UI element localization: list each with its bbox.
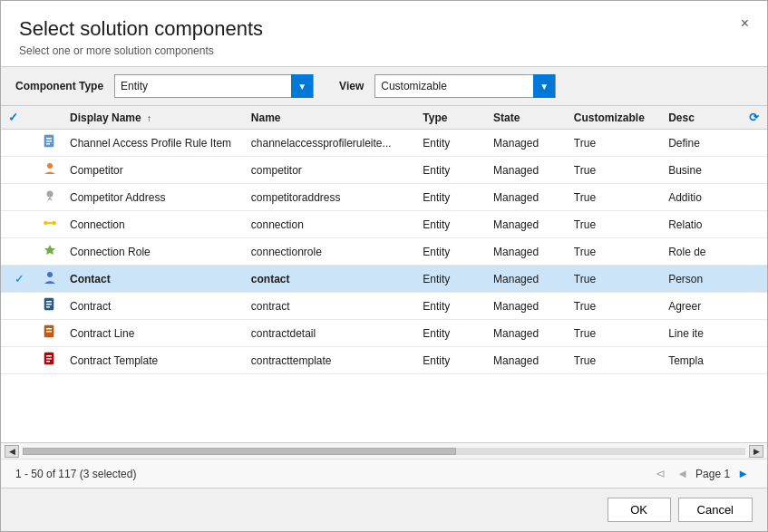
- svg-rect-14: [46, 306, 50, 308]
- row-name: connection: [244, 211, 416, 238]
- row-customizable: True: [567, 184, 661, 211]
- row-state: Managed: [486, 293, 567, 320]
- row-desc: Role de: [661, 238, 742, 266]
- col-header-check: ✓: [1, 106, 37, 130]
- row-icon-cell: [37, 266, 63, 293]
- cancel-button[interactable]: Cancel: [678, 498, 753, 522]
- table-row[interactable]: Contract TemplatecontracttemplateEntityM…: [1, 347, 767, 374]
- row-displayname: Channel Access Profile Rule Item: [63, 130, 244, 157]
- col-header-refresh[interactable]: ⟳: [742, 106, 767, 130]
- ok-button[interactable]: OK: [608, 498, 671, 522]
- component-type-value: Entity: [115, 80, 291, 92]
- next-page-btn[interactable]: ►: [734, 465, 753, 482]
- row-state: Managed: [486, 130, 567, 157]
- row-state: Managed: [486, 184, 567, 211]
- scroll-track[interactable]: [23, 448, 745, 455]
- row-customizable: True: [567, 157, 661, 184]
- col-header-type[interactable]: Type: [415, 106, 486, 130]
- svg-rect-16: [46, 328, 52, 330]
- view-select[interactable]: Customizable ▼: [374, 74, 556, 98]
- row-customizable: True: [567, 320, 661, 347]
- row-type: Entity: [415, 320, 486, 347]
- row-customizable: True: [567, 238, 661, 266]
- dialog-subtitle: Select one or more solution components: [19, 44, 749, 57]
- row-icon-cell: [37, 157, 63, 184]
- horizontal-scrollbar[interactable]: ◀ ▶: [1, 442, 767, 459]
- scroll-left-btn[interactable]: ◀: [5, 445, 19, 458]
- row-refresh-cell: [742, 130, 767, 157]
- row-type: Entity: [415, 157, 486, 184]
- table-row[interactable]: Connection RoleconnectionroleEntityManag…: [1, 238, 767, 266]
- first-page-btn[interactable]: ⊲: [652, 465, 669, 482]
- row-desc: Person: [661, 266, 742, 293]
- row-check-cell[interactable]: ✓: [1, 266, 37, 293]
- dialog-title: Select solution components: [19, 17, 749, 41]
- row-check-cell[interactable]: [1, 184, 37, 211]
- row-icon-cell: [37, 320, 63, 347]
- row-state: Managed: [486, 211, 567, 238]
- row-name: competitoraddress: [244, 184, 416, 211]
- entity-table: ✓ Display Name ↑ Name Type State Customi…: [1, 106, 767, 374]
- row-icon-cell: [37, 184, 63, 211]
- svg-rect-17: [46, 331, 52, 333]
- row-refresh-cell: [742, 320, 767, 347]
- row-name: contracttemplate: [244, 347, 416, 374]
- row-displayname: Contract Template: [63, 347, 244, 374]
- col-header-state[interactable]: State: [486, 106, 567, 130]
- sort-arrow-displayname: ↑: [147, 113, 151, 123]
- col-header-name[interactable]: Name: [244, 106, 416, 130]
- row-type: Entity: [415, 266, 486, 293]
- close-button[interactable]: ×: [735, 14, 754, 34]
- component-type-label: Component Type: [15, 80, 103, 92]
- svg-marker-9: [44, 245, 55, 255]
- prev-page-btn[interactable]: ◄: [673, 465, 692, 482]
- row-check-cell[interactable]: [1, 238, 37, 266]
- table-row[interactable]: ConnectionconnectionEntityManagedTrueRel…: [1, 211, 767, 238]
- row-displayname: Contract: [63, 293, 244, 320]
- row-desc: Define: [661, 130, 742, 157]
- dialog-header: Select solution components Select one or…: [1, 1, 767, 66]
- row-refresh-cell: [742, 266, 767, 293]
- view-value: Customizable: [375, 80, 533, 92]
- table-row[interactable]: ContractcontractEntityManagedTrueAgreer: [1, 293, 767, 320]
- row-check-cell[interactable]: [1, 347, 37, 374]
- row-check-cell[interactable]: [1, 130, 37, 157]
- row-displayname: Connection Role: [63, 238, 244, 266]
- col-header-customizable[interactable]: Customizable: [567, 106, 661, 130]
- col-header-desc[interactable]: Desc: [661, 106, 742, 130]
- component-type-select[interactable]: Entity ▼: [114, 74, 314, 98]
- table-row[interactable]: CompetitorcompetitorEntityManagedTrueBus…: [1, 157, 767, 184]
- row-customizable: True: [567, 293, 661, 320]
- row-type: Entity: [415, 211, 486, 238]
- row-icon-cell: [37, 211, 63, 238]
- svg-rect-12: [46, 301, 52, 303]
- scroll-right-btn[interactable]: ▶: [749, 445, 763, 458]
- col-header-icon: [37, 106, 63, 130]
- row-state: Managed: [486, 320, 567, 347]
- table-row[interactable]: Contract LinecontractdetailEntityManaged…: [1, 320, 767, 347]
- row-check-cell[interactable]: [1, 320, 37, 347]
- row-refresh-cell: [742, 184, 767, 211]
- footer-bar: 1 - 50 of 117 (3 selected) ⊲ ◄ Page 1 ►: [1, 459, 767, 488]
- row-check-cell[interactable]: [1, 293, 37, 320]
- row-type: Entity: [415, 347, 486, 374]
- row-icon-cell: [37, 293, 63, 320]
- row-check-cell[interactable]: [1, 157, 37, 184]
- svg-rect-13: [46, 304, 52, 305]
- table-row[interactable]: ✓ContactcontactEntityManagedTruePerson: [1, 266, 767, 293]
- component-type-dropdown-arrow[interactable]: ▼: [291, 74, 313, 98]
- row-displayname: Contract Line: [63, 320, 244, 347]
- row-desc: Relatio: [661, 211, 742, 238]
- table-row[interactable]: Competitor AddresscompetitoraddressEntit…: [1, 184, 767, 211]
- row-name: contractdetail: [244, 320, 416, 347]
- row-state: Managed: [486, 347, 567, 374]
- pagination: ⊲ ◄ Page 1 ►: [652, 465, 753, 482]
- row-check-cell[interactable]: [1, 211, 37, 238]
- table-scroll[interactable]: ✓ Display Name ↑ Name Type State Customi…: [1, 106, 767, 442]
- table-row[interactable]: Channel Access Profile Rule Itemchannela…: [1, 130, 767, 157]
- view-dropdown-arrow[interactable]: ▼: [533, 74, 555, 98]
- col-header-displayname[interactable]: Display Name ↑: [63, 106, 244, 130]
- row-type: Entity: [415, 130, 486, 157]
- record-count-info: 1 - 50 of 117 (3 selected): [15, 468, 136, 480]
- svg-rect-7: [52, 221, 56, 225]
